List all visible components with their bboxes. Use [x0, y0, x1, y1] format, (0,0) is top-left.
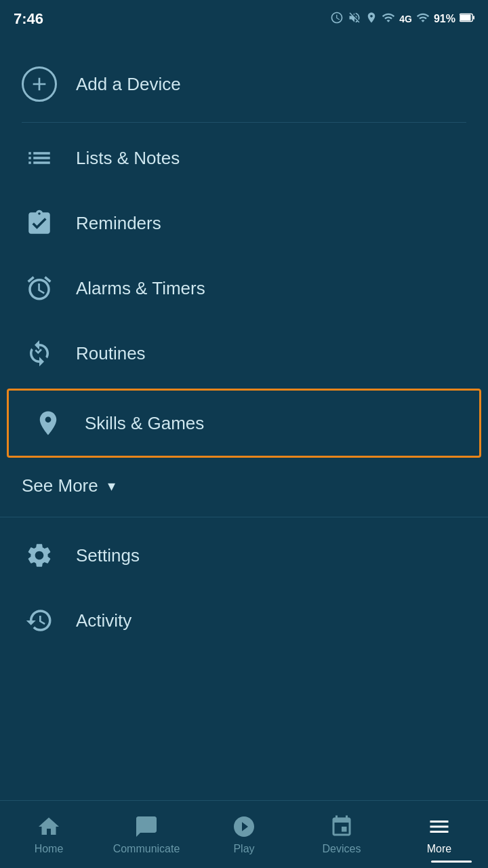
- alarms-timers-item[interactable]: Alarms & Timers: [0, 256, 488, 321]
- main-content: Add a Device Lists & Notes Reminders Ala…: [0, 38, 488, 800]
- home-indicator: [431, 861, 472, 863]
- alarms-timers-icon: [22, 271, 57, 306]
- settings-item[interactable]: Settings: [0, 523, 488, 588]
- reminders-item[interactable]: Reminders: [0, 191, 488, 256]
- add-device-icon: [22, 66, 57, 102]
- reminders-label: Reminders: [76, 213, 161, 234]
- wifi-status-icon: [382, 11, 395, 27]
- nav-communicate-label: Communicate: [113, 843, 180, 855]
- activity-icon: [22, 603, 57, 638]
- nav-devices-label: Devices: [323, 843, 361, 855]
- nav-communicate[interactable]: Communicate: [98, 801, 195, 868]
- see-more-chevron-icon: ▾: [108, 477, 115, 495]
- activity-item[interactable]: Activity: [0, 588, 488, 653]
- settings-icon: [22, 538, 57, 573]
- nav-home[interactable]: Home: [0, 801, 98, 868]
- nav-play-label: Play: [233, 843, 254, 855]
- reminders-icon: [22, 205, 57, 241]
- mute-status-icon: [348, 11, 361, 27]
- nav-play[interactable]: Play: [195, 801, 293, 868]
- routines-icon: [22, 336, 57, 371]
- activity-label: Activity: [76, 610, 131, 631]
- 4g-status-icon: 4G: [399, 14, 412, 24]
- routines-label: Routines: [76, 343, 146, 364]
- divider-1: [22, 122, 466, 123]
- lists-notes-item[interactable]: Lists & Notes: [0, 125, 488, 191]
- nav-devices[interactable]: Devices: [293, 801, 390, 868]
- lists-notes-label: Lists & Notes: [76, 148, 180, 169]
- lists-notes-icon: [22, 140, 57, 176]
- status-bar: 7:46 4G 91%: [0, 0, 488, 38]
- alarm-status-icon: [330, 11, 344, 27]
- bottom-navigation: Home Communicate Play Devices More: [0, 800, 488, 868]
- status-icons: 4G 91%: [330, 11, 474, 27]
- svg-rect-2: [473, 16, 474, 20]
- svg-rect-1: [460, 14, 471, 20]
- nav-more[interactable]: More: [390, 801, 488, 868]
- routines-item[interactable]: Routines: [0, 321, 488, 386]
- skills-games-label: Skills & Games: [85, 413, 204, 434]
- nav-home-label: Home: [35, 843, 64, 855]
- divider-2: [0, 517, 488, 517]
- see-more-button[interactable]: See More ▾: [0, 460, 488, 511]
- settings-label: Settings: [76, 545, 140, 566]
- signal-status-icon: [416, 11, 430, 27]
- status-time: 7:46: [14, 10, 43, 28]
- alarms-timers-label: Alarms & Timers: [76, 278, 205, 299]
- skills-games-item[interactable]: Skills & Games: [7, 389, 481, 458]
- battery-percentage: 91%: [434, 13, 455, 25]
- see-more-label: See More: [22, 475, 98, 496]
- location-status-icon: [365, 12, 378, 26]
- nav-more-label: More: [427, 843, 451, 855]
- add-device-item[interactable]: Add a Device: [0, 52, 488, 117]
- skills-games-icon: [30, 406, 66, 441]
- add-device-label: Add a Device: [76, 74, 181, 95]
- battery-icon: [460, 13, 474, 25]
